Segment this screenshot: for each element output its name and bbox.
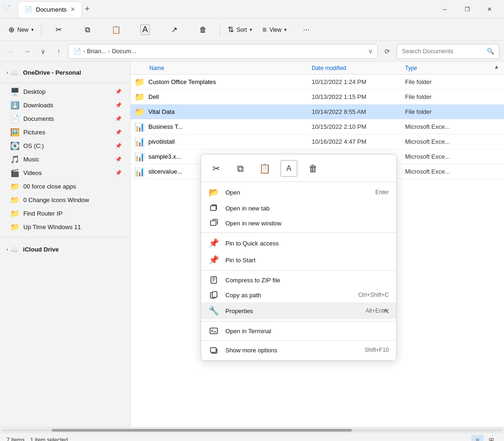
restore-btn[interactable]: ❐ <box>456 2 478 17</box>
cut-button[interactable]: ✂ <box>44 21 72 39</box>
table-row[interactable]: 📊 pivotlistall 10/16/2022 4:47 PM Micros… <box>131 134 504 149</box>
active-tab[interactable]: 📄 Documents ✕ <box>18 1 82 17</box>
file-type-cell: Microsoft Exce... <box>405 168 450 175</box>
desktop-pin-icon: 📌 <box>115 89 122 95</box>
new-label: New <box>17 27 28 33</box>
ctx-pin-start[interactable]: 📌 Pin to Start <box>201 252 396 268</box>
close-btn[interactable]: ✕ <box>479 2 500 17</box>
sidebar-item-pictures[interactable]: 🖼️ Pictures 📌 <box>3 126 127 139</box>
table-row[interactable]: 📁 Dell 10/13/2022 1:15 PM File folder <box>131 90 504 105</box>
minimize-btn[interactable]: ─ <box>434 2 455 17</box>
cursor-indicator: ↖ <box>384 307 390 315</box>
ctx-open-new-tab[interactable]: Open in new tab <box>201 201 396 216</box>
copy-button[interactable]: ⧉ <box>73 21 101 39</box>
rename-button[interactable]: A <box>131 21 159 39</box>
downloads-pin-icon: 📌 <box>115 102 122 108</box>
ctx-copy-btn[interactable]: ⧉ <box>232 160 249 177</box>
ctx-open[interactable]: 📂 Open Enter <box>201 184 396 201</box>
sidebar-item-osc[interactable]: 💽 OS (C:) 📌 <box>3 139 127 152</box>
file-type-cell: File folder <box>405 78 432 85</box>
app-icon: 📄 <box>4 5 13 14</box>
ctx-delete-btn[interactable]: 🗑 <box>305 160 322 177</box>
horizontal-scrollbar[interactable] <box>0 427 504 433</box>
new-button[interactable]: ⊕ New ▾ <box>4 21 38 39</box>
file-header: Name Date modified Type ▲ <box>131 62 504 75</box>
ctx-rename-btn[interactable]: A <box>280 160 297 177</box>
table-row[interactable]: 📊 Business T... 10/15/2022 2:10 PM Micro… <box>131 119 504 134</box>
sidebar-item-icloud[interactable]: › ☁️ iCloud Drive <box>3 243 127 256</box>
sidebar-item-uptime[interactable]: 📁 Up Time WIndows 11 <box>3 220 127 233</box>
sidebar-item-onedrive[interactable]: › ☁️ OneDrive - Personal <box>3 66 127 79</box>
col-date-header[interactable]: Date modified <box>312 65 405 71</box>
folder-findrouter-icon: 📁 <box>10 209 20 218</box>
col-type-header[interactable]: Type <box>405 65 417 71</box>
ctx-pin-quick[interactable]: 📌 Pin to Quick access <box>201 235 396 252</box>
ctx-open-tab-icon <box>209 204 219 212</box>
search-input[interactable] <box>402 48 484 55</box>
svg-rect-8 <box>210 328 217 334</box>
table-row[interactable]: 📁 Custom Office Templates 10/12/2022 1:2… <box>131 75 504 90</box>
ctx-paste-btn[interactable]: 📋 <box>256 160 273 177</box>
sidebar-item-00force[interactable]: 📁 00 force close apps <box>3 180 127 193</box>
back-btn[interactable]: ← <box>5 45 18 58</box>
view-dropdown-icon: ▾ <box>284 27 287 32</box>
path-segment-2: Docum... <box>112 48 136 55</box>
list-view-btn[interactable]: ≡ <box>471 435 483 441</box>
forward-btn[interactable]: → <box>21 45 34 58</box>
ctx-open-icon: 📂 <box>209 187 219 197</box>
folder-icon: 📁 <box>134 77 145 87</box>
table-row[interactable]: 📁 Vital Data 10/14/2022 8:55 AM File fol… <box>131 105 504 119</box>
ctx-open-new-window[interactable]: Open in new window <box>201 216 396 231</box>
excel-icon: 📊 <box>134 122 145 132</box>
items-count: 7 items <box>7 437 25 441</box>
refresh-btn[interactable]: ⟳ <box>381 45 394 58</box>
up-btn[interactable]: ↑ <box>52 45 65 58</box>
share-button[interactable]: ↗ <box>160 21 188 39</box>
file-name-cell: 📁 Dell <box>134 92 312 102</box>
grid-view-btn[interactable]: ⊞ <box>485 435 497 441</box>
more-button[interactable]: ··· <box>292 21 320 39</box>
sort-up-icon[interactable]: ▲ <box>494 63 499 70</box>
ctx-cut-btn[interactable]: ✂ <box>208 160 224 177</box>
path-dropdown-icon[interactable]: ∨ <box>368 48 373 55</box>
new-dropdown-icon: ▾ <box>31 27 34 32</box>
ctx-compress[interactable]: Compress to ZIP file <box>201 273 396 287</box>
sidebar-item-music[interactable]: 🎵 Music 📌 <box>3 153 127 166</box>
ctx-properties[interactable]: 🔧 Properties Alt+Enter ↖ <box>201 302 396 319</box>
music-pin-icon: 📌 <box>115 156 122 162</box>
ctx-compress-icon <box>209 276 219 284</box>
tab-close-btn[interactable]: ✕ <box>70 6 75 13</box>
folder-icon: 📁 <box>134 107 145 117</box>
sort-button[interactable]: ⇅ Sort ▾ <box>223 21 257 39</box>
ctx-copy-path[interactable]: Copy as path Ctrl+Shift+C <box>201 287 396 302</box>
videos-icon: 🎬 <box>10 168 20 177</box>
folder-uptime-icon: 📁 <box>10 223 20 231</box>
ctx-open-shortcut: Enter <box>375 189 389 196</box>
window-controls: ─ ❐ ✕ <box>434 2 500 17</box>
sidebar-item-0change[interactable]: 📁 0 Change Icons Window <box>3 193 127 206</box>
scroll-thumb[interactable] <box>52 429 352 432</box>
file-name-cell: 📊 Business T... <box>134 122 312 132</box>
delete-button[interactable]: 🗑 <box>189 21 217 39</box>
sidebar-item-videos[interactable]: 🎬 Videos 📌 <box>3 166 127 179</box>
ctx-open-label: Open <box>225 189 369 196</box>
sidebar-item-documents[interactable]: 📄 Documents 📌 <box>3 112 127 125</box>
ctx-pin-quick-label: Pin to Quick access <box>225 240 389 247</box>
search-box: 🔍 <box>397 44 499 59</box>
sort-dropdown-icon: ▾ <box>250 27 252 32</box>
new-tab-btn[interactable]: + <box>85 4 90 14</box>
ctx-terminal[interactable]: Open in Terminal <box>201 323 396 338</box>
view-button[interactable]: ≡ View ▾ <box>258 21 291 39</box>
ctx-more-options[interactable]: Show more options Shift+F10 <box>201 343 396 357</box>
documents-icon: 📄 <box>10 114 20 123</box>
paste-button[interactable]: 📋 <box>102 21 130 39</box>
file-type-cell: File folder <box>405 93 432 100</box>
more-icon: ··· <box>303 26 309 34</box>
ctx-properties-label: Properties <box>225 308 359 315</box>
sidebar-item-downloads[interactable]: ⬇️ Downloads 📌 <box>3 98 127 112</box>
col-name-header[interactable]: Name <box>134 65 312 71</box>
sidebar-item-desktop[interactable]: 🖥️ Desktop 📌 <box>3 85 127 98</box>
sidebar-item-findrouter[interactable]: 📁 Find Router IP <box>3 207 127 220</box>
recent-btn[interactable]: ∨ <box>36 45 49 58</box>
address-path[interactable]: 📄 › Brian... › Docum... ∨ <box>68 44 378 59</box>
